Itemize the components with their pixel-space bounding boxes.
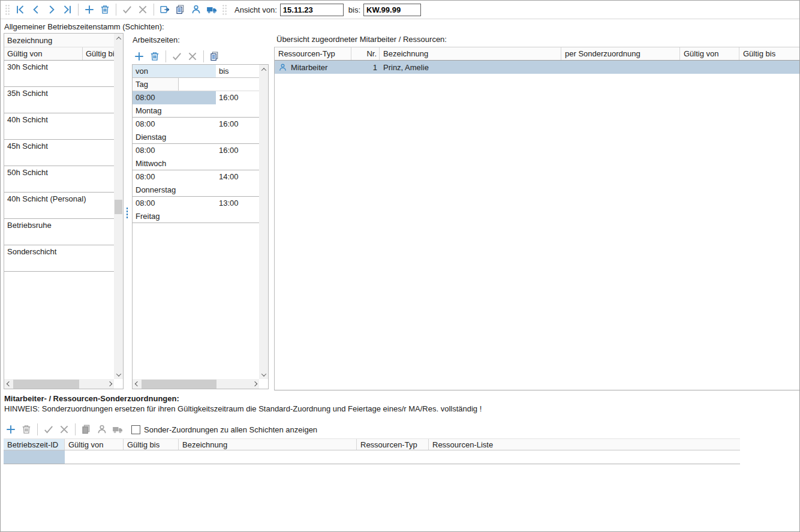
scroll-right-button[interactable] [105,380,114,389]
shift-list-item[interactable]: 40h Schicht [4,113,114,140]
column-header-bezeichnung[interactable]: Bezeichnung [380,47,561,60]
employee-button[interactable] [189,2,203,17]
resource-truck-button[interactable] [204,2,219,17]
scroll-left-button[interactable] [4,380,13,389]
scroll-left-button[interactable] [133,380,142,389]
worktime-von-cell[interactable]: 08:00 [133,91,216,104]
shift-list-item[interactable]: 50h Schicht [4,166,114,193]
chevron-left-icon [6,381,11,386]
worktime-bis-cell[interactable]: 16:00 [216,91,259,104]
worktime-row[interactable]: 08:0016:00 [133,118,259,131]
shift-list-item[interactable]: Betriebsruhe [4,219,114,245]
shift-list-horizontal-scrollbar[interactable] [4,379,114,389]
shift-list-item[interactable]: 45h Schicht [4,140,114,166]
worktime-von-cell[interactable]: 08:00 [133,170,216,184]
worktime-bis-cell[interactable]: 14:00 [216,170,259,184]
worktime-day-cell[interactable]: Mittwoch [133,157,259,170]
worktime-von-cell[interactable]: 08:00 [133,197,216,210]
column-header-gueltig-von[interactable]: Gültig von [680,47,739,60]
column-header-bezeichnung[interactable]: Bezeichnung [4,34,114,47]
worktime-day-cell[interactable]: Donnerstag [133,184,259,197]
special-assignment-empty-row[interactable] [4,450,740,464]
worktime-vertical-scrollbar[interactable] [259,65,268,379]
column-header-ressourcen-typ[interactable]: Ressourcen-Typ [275,47,351,60]
copy-worktime-button[interactable] [207,49,222,64]
column-header-betriebszeit-id[interactable]: Betriebszeit-ID [4,439,65,450]
shift-list-vertical-scrollbar[interactable] [114,34,123,379]
worktime-bis-cell[interactable]: 16:00 [216,118,259,131]
shift-list-item[interactable]: 30h Schicht [4,61,114,87]
column-header-ressourcen-typ[interactable]: Ressourcen-Typ [357,439,429,450]
worktime-day-cell[interactable]: Freitag [133,210,259,223]
column-header-per-sonderzuordnung[interactable]: per Sonderzuordnung [561,47,680,60]
column-header-tag[interactable]: Tag [133,78,179,91]
worktime-bis-cell[interactable]: 13:00 [216,197,259,210]
delete-special-assignment-button[interactable] [19,422,34,437]
delete-worktime-button[interactable] [148,49,162,64]
next-record-button[interactable] [44,2,59,17]
add-worktime-button[interactable] [132,49,146,64]
first-record-button[interactable] [13,2,28,17]
confirm-button[interactable] [120,2,134,17]
worktime-row[interactable]: 08:0016:00 [133,91,259,104]
resource-row[interactable]: Mitarbeiter1Prinz, Amelie [275,61,800,74]
add-special-assignment-button[interactable] [4,422,18,437]
resource-truck-special-button[interactable] [110,422,125,437]
toolbar-grip[interactable] [5,4,10,16]
scrollbar-thumb[interactable] [115,200,122,214]
shift-list-item[interactable]: 35h Schicht [4,87,114,113]
add-record-button[interactable] [82,2,97,17]
show-all-shifts-checkbox[interactable] [131,425,140,434]
worktime-von-cell[interactable]: 08:00 [133,144,216,157]
confirm-worktime-button[interactable] [170,49,184,64]
scroll-down-button[interactable] [114,370,123,379]
employee-special-button[interactable] [95,422,109,437]
view-from-input[interactable] [280,4,344,16]
copy-record-button[interactable] [173,2,188,17]
column-header-bezeichnung[interactable]: Bezeichnung [179,439,357,450]
column-header-gueltig-bis[interactable]: Gültig bis [83,47,114,60]
shift-list-item[interactable]: 40h Schicht (Personal) [4,193,114,219]
panel-splitter-handle[interactable] [126,207,128,219]
previous-record-button[interactable] [29,2,43,17]
scrollbar-thumb[interactable] [13,380,79,389]
worktime-bis-cell[interactable]: 16:00 [216,144,259,157]
worktime-row[interactable]: 08:0014:00 [133,170,259,184]
column-header-von[interactable]: von [133,65,216,77]
shift-list-item[interactable]: Sonderschicht [4,245,114,272]
column-header-gueltig-bis[interactable]: Gültig bis [739,47,800,60]
column-header-gueltig-von[interactable]: Gültig von [65,439,124,450]
shift-name: 50h Schicht [7,168,114,177]
cancel-button[interactable] [136,2,150,17]
confirm-special-assignment-button[interactable] [41,422,56,437]
worktimes-toolbar [131,49,222,64]
column-header-ressourcen-liste[interactable]: Ressourcen-Liste [429,439,740,450]
worktime-day-cell[interactable]: Dienstag [133,131,259,144]
toolbar-grip[interactable] [222,4,227,16]
worktime-row[interactable]: 08:0013:00 [133,197,259,210]
selected-empty-cell[interactable] [4,450,65,464]
last-record-button[interactable] [60,2,74,17]
copy-special-assignment-button[interactable] [79,422,94,437]
cancel-special-assignment-button[interactable] [57,422,71,437]
worktime-horizontal-scrollbar[interactable] [133,379,259,389]
resource-name-cell: Prinz, Amelie [380,63,561,72]
scroll-down-button[interactable] [259,370,268,379]
column-header-gueltig-von[interactable]: Gültig von [4,47,83,60]
worktime-day-cell[interactable]: Montag [133,104,259,118]
scroll-right-button[interactable] [250,380,259,389]
worktime-von-cell[interactable]: 08:00 [133,118,216,131]
scroll-up-button[interactable] [114,34,123,43]
cancel-worktime-button[interactable] [185,49,200,64]
column-header-nr[interactable]: Nr. [351,47,380,60]
view-to-input[interactable] [363,4,421,16]
column-header-bis[interactable]: bis [216,65,259,77]
toolbar-separator [78,4,79,16]
delete-record-button[interactable] [98,2,112,17]
employee-icon [97,424,107,435]
column-header-gueltig-bis[interactable]: Gültig bis [124,439,179,450]
refresh-record-button[interactable] [158,2,172,17]
scroll-up-button[interactable] [259,65,268,74]
scrollbar-thumb[interactable] [142,380,216,389]
worktime-row[interactable]: 08:0016:00 [133,144,259,157]
